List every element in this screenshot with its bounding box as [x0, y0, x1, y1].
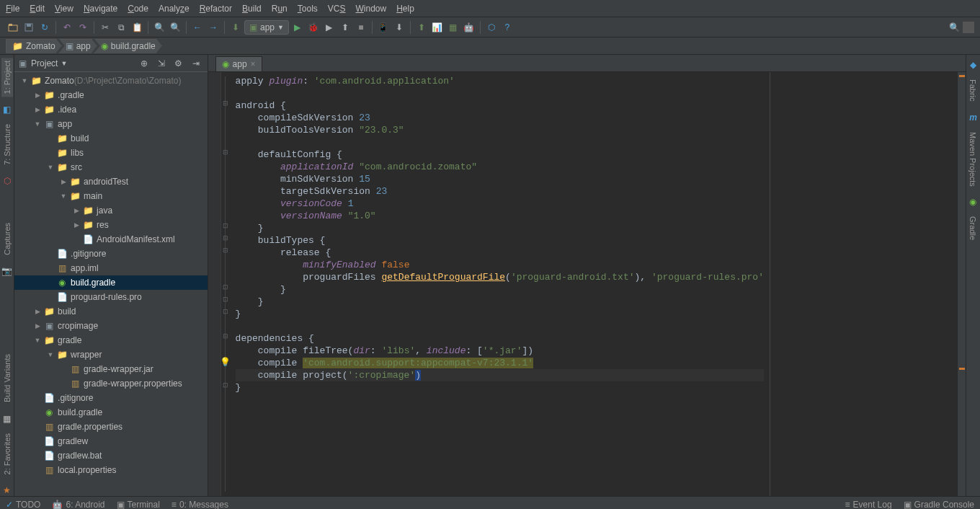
tree-item-gradle-properties[interactable]: ▥gradle.properties — [14, 420, 208, 434]
fold-column[interactable]: ⊟ ⊟ ⊡ ⊟ ⊟ ⊡ ⊡ ⊡ ⊟ ⊡ — [221, 72, 230, 496]
tree-item-build-gradle[interactable]: ◉build.gradle — [14, 405, 208, 420]
terminal-button[interactable]: ▣Terminal — [117, 500, 160, 510]
run-config-selector[interactable]: ▣ app ▼ — [244, 20, 289, 35]
tree-item-wrapper[interactable]: ▼📁wrapper — [14, 348, 208, 362]
sdk-icon[interactable]: ⬇ — [392, 20, 406, 35]
settings-icon[interactable]: ⬡ — [484, 20, 499, 35]
tree-item-src[interactable]: ▼📁src — [14, 160, 208, 174]
tab-project[interactable]: 1: Project — [1, 58, 13, 97]
tree-item-gradle[interactable]: ▼📁gradle — [14, 333, 208, 348]
attach-icon[interactable]: ⬆ — [338, 20, 352, 35]
debug-icon[interactable]: 🐞 — [306, 20, 321, 35]
run-coverage-icon[interactable]: ▶ — [322, 20, 337, 35]
menu-build[interactable]: Build — [242, 4, 262, 14]
error-stripe[interactable] — [957, 72, 966, 496]
monitor-icon[interactable]: 📊 — [430, 20, 445, 35]
tab-build-variants[interactable]: Build Variants — [1, 351, 13, 405]
ddms-icon[interactable]: ⬆ — [414, 20, 429, 35]
menu-refactor[interactable]: Refactor — [200, 4, 232, 14]
android-icon[interactable]: 🤖 — [462, 20, 476, 35]
tree-item--gradle[interactable]: ▶📁.gradle — [14, 88, 208, 102]
intention-bulb-icon[interactable]: 💡 — [220, 357, 231, 369]
crumb-app[interactable]: ▣ app — [59, 39, 97, 53]
menu-analyze[interactable]: Analyze — [159, 4, 190, 14]
redo-icon[interactable]: ↷ — [76, 20, 90, 35]
tree-item-java[interactable]: ▶📁java — [14, 203, 208, 218]
tree-item--gitignore[interactable]: 📄.gitignore — [14, 391, 208, 405]
tree-item-main[interactable]: ▼📁main — [14, 189, 208, 203]
code-editor[interactable]: ⊟ ⊟ ⊡ ⊟ ⊟ ⊡ ⊡ ⊡ ⊟ ⊡ apply plugin: 'com.a… — [208, 72, 966, 496]
project-tree[interactable]: ▼📁Zomato (D:\Project\Zomato\Zomato)▶📁.gr… — [14, 72, 208, 496]
close-tab-icon[interactable]: × — [251, 59, 256, 69]
menu-tools[interactable]: Tools — [298, 4, 318, 14]
crumb-zomato[interactable]: 📁 Zomato — [6, 39, 62, 53]
tree-item-gradlew-bat[interactable]: 📄gradlew.bat — [14, 448, 208, 463]
tab-favorites[interactable]: 2: Favorites — [1, 430, 13, 477]
menu-file[interactable]: File — [6, 4, 19, 14]
tree-item--gitignore[interactable]: 📄.gitignore — [14, 247, 208, 261]
save-icon[interactable] — [22, 20, 36, 35]
tree-item-gradlew[interactable]: 📄gradlew — [14, 434, 208, 448]
menu-navigate[interactable]: Navigate — [84, 4, 117, 14]
tree-item-androidtest[interactable]: ▶📁androidTest — [14, 174, 208, 189]
menu-run[interactable]: Run — [272, 4, 288, 14]
menu-code[interactable]: Code — [128, 4, 148, 14]
tree-item-androidmanifest-xml[interactable]: 📄AndroidManifest.xml — [14, 232, 208, 247]
tree-item-libs[interactable]: 📁libs — [14, 146, 208, 160]
back-icon[interactable]: ← — [190, 20, 205, 35]
event-log-button[interactable]: ≡Event Log — [845, 500, 892, 510]
tab-maven[interactable]: Maven Projects — [967, 129, 979, 190]
tree-item-build[interactable]: ▶📁build — [14, 304, 208, 319]
forward-icon[interactable]: → — [206, 20, 220, 35]
replace-icon[interactable]: 🔍 — [168, 20, 182, 35]
tab-gradle[interactable]: Gradle — [967, 213, 979, 243]
tree-item-build-gradle[interactable]: ◉build.gradle — [14, 275, 208, 290]
tree-item-build[interactable]: 📁build — [14, 131, 208, 146]
sync-icon[interactable]: ↻ — [37, 20, 52, 35]
copy-icon[interactable]: ⧉ — [114, 20, 128, 35]
tree-item-gradle-wrapper-jar[interactable]: ▥gradle-wrapper.jar — [14, 362, 208, 376]
cut-icon[interactable]: ✂ — [98, 20, 112, 35]
tree-item-res[interactable]: ▶📁res — [14, 218, 208, 232]
todo-button[interactable]: ✓TODO — [6, 500, 40, 510]
help-icon[interactable]: ? — [500, 20, 514, 35]
avd-icon[interactable]: 📱 — [376, 20, 391, 35]
menu-view[interactable]: View — [55, 4, 74, 14]
menu-window[interactable]: Window — [355, 4, 386, 14]
tree-item-zomato[interactable]: ▼📁Zomato (D:\Project\Zomato\Zomato) — [14, 74, 208, 88]
paste-icon[interactable]: 📋 — [130, 20, 144, 35]
tab-structure[interactable]: 7: Structure — [1, 121, 13, 168]
stop-icon[interactable]: ■ — [354, 20, 368, 35]
code-content[interactable]: apply plugin: 'com.android.application' … — [230, 72, 770, 496]
menu-edit[interactable]: Edit — [30, 4, 45, 14]
scroll-to-icon[interactable]: ⊕ — [137, 56, 151, 71]
tree-item-cropimage[interactable]: ▶▣cropimage — [14, 319, 208, 333]
tree-item--idea[interactable]: ▶📁.idea — [14, 102, 208, 117]
editor-tab-app[interactable]: ◉ app × — [215, 56, 262, 71]
menu-help[interactable]: Help — [396, 4, 414, 14]
search-everywhere-icon[interactable]: 🔍 — [947, 20, 961, 35]
tree-item-local-properties[interactable]: ▥local.properties — [14, 463, 208, 477]
tab-fabric[interactable]: Fabric — [967, 76, 979, 105]
tree-item-app[interactable]: ▼▣app — [14, 117, 208, 131]
crumb-buildgradle[interactable]: ◉ build.gradle — [94, 39, 162, 53]
layout-icon[interactable]: ▦ — [446, 20, 460, 35]
menu-vcs[interactable]: VCS — [328, 4, 346, 14]
hide-icon[interactable]: ⇥ — [189, 56, 203, 71]
gradle-console-button[interactable]: ▣Gradle Console — [904, 500, 974, 510]
undo-icon[interactable]: ↶ — [60, 20, 74, 35]
tree-item-gradle-wrapper-properties[interactable]: ▥gradle-wrapper.properties — [14, 376, 208, 391]
tree-item-proguard-rules-pro[interactable]: 📄proguard-rules.pro — [14, 290, 208, 304]
messages-button[interactable]: ≡0: Messages — [172, 500, 228, 510]
collapse-icon[interactable]: ⇲ — [154, 56, 169, 71]
tree-item-app-iml[interactable]: ▥app.iml — [14, 261, 208, 275]
make-icon[interactable]: ⬇ — [228, 20, 243, 35]
project-view-selector[interactable]: Project ▼ — [31, 58, 67, 68]
find-icon[interactable]: 🔍 — [152, 20, 166, 35]
tab-captures[interactable]: Captures — [1, 220, 13, 258]
user-icon[interactable] — [963, 22, 974, 33]
run-icon[interactable]: ▶ — [290, 20, 305, 35]
open-icon[interactable] — [6, 20, 20, 35]
settings-gear-icon[interactable]: ⚙ — [172, 56, 186, 71]
android-button[interactable]: 🤖6: Android — [52, 500, 104, 510]
